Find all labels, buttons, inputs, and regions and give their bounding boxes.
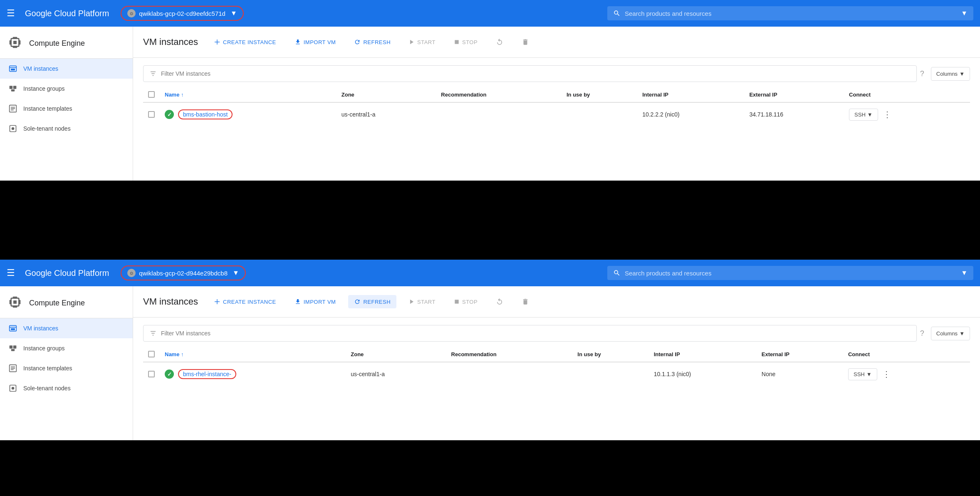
external-ip-cell-1-1: 34.71.18.116 <box>744 102 844 126</box>
row-checkbox-2-1[interactable] <box>148 371 155 377</box>
topbar-2: ☰ Google Cloud Platform ⊙ qwiklabs-gcp-0… <box>0 260 980 286</box>
sidebar-label-it-1: Instance templates <box>23 105 72 112</box>
search-bar-1[interactable]: ▼ <box>607 6 973 20</box>
svg-rect-31 <box>10 345 13 349</box>
start-icon-2 <box>409 299 415 305</box>
filter-help-icon-2[interactable]: ? <box>920 329 924 338</box>
hamburger-icon-2[interactable]: ☰ <box>7 268 15 278</box>
filter-bar-2[interactable] <box>143 325 917 342</box>
main-panel-1: Compute Engine VM instances Instance gro… <box>0 27 980 181</box>
instance-name-link-1-1[interactable]: bms-bastion-host <box>178 109 233 119</box>
compute-engine-icon-1 <box>8 36 23 51</box>
restart-button-2[interactable] <box>490 295 509 309</box>
restart-button-1[interactable] <box>490 35 509 49</box>
columns-dropdown-arrow-2: ▼ <box>959 330 965 337</box>
instance-groups-icon-2 <box>8 344 17 353</box>
project-selector-2[interactable]: ⊙ qwiklabs-gcp-02-d944e29bdcb8 ▼ <box>121 265 246 280</box>
import-icon-2 <box>294 298 301 305</box>
search-bar-dropdown-2[interactable]: ▼ <box>961 269 968 277</box>
instance-name-cell-2-1: bms-rhel-instance- <box>165 369 341 379</box>
create-instance-button-2[interactable]: CREATE INSTANCE <box>208 295 282 308</box>
sole-tenant-icon-1 <box>8 124 17 133</box>
col-recommendation-2: Recommendation <box>446 347 573 362</box>
vm-instances-icon-2 <box>8 324 17 333</box>
more-actions-button-2-1[interactable]: ⋮ <box>879 367 894 381</box>
svg-rect-19 <box>215 42 220 42</box>
col-inuseby-2: In use by <box>572 347 648 362</box>
row-checkbox-1-1[interactable] <box>148 111 155 118</box>
search-input-1[interactable] <box>625 10 957 17</box>
sidebar-item-instance-groups-2[interactable]: Instance groups <box>0 338 133 358</box>
refresh-button-2[interactable]: REFRESH <box>348 295 396 308</box>
filter-input-1[interactable] <box>161 70 911 77</box>
zone-cell-2-1: us-central1-a <box>346 362 446 386</box>
refresh-icon-2 <box>354 298 361 305</box>
sidebar-item-instance-templates-2[interactable]: Instance templates <box>0 358 133 378</box>
create-instance-button-1[interactable]: CREATE INSTANCE <box>208 35 282 49</box>
sidebar-item-instance-groups-1[interactable]: Instance groups <box>0 79 133 99</box>
import-vm-button-2[interactable]: IMPORT VM <box>289 295 342 308</box>
select-all-checkbox-2[interactable] <box>148 351 155 357</box>
create-plus-icon-2 <box>214 298 220 305</box>
restart-icon-1 <box>496 38 503 46</box>
start-button-1[interactable]: START <box>403 36 441 49</box>
instance-templates-icon-1 <box>8 104 17 113</box>
search-bar-2[interactable]: ▼ <box>607 266 973 280</box>
sidebar-item-instance-templates-1[interactable]: Instance templates <box>0 99 133 119</box>
sidebar-item-vm-instances-1[interactable]: VM instances <box>0 59 133 79</box>
col-connect-2: Connect <box>843 347 970 362</box>
more-actions-button-1-1[interactable]: ⋮ <box>880 108 895 121</box>
stop-button-1[interactable]: STOP <box>448 36 483 49</box>
sidebar-item-sole-tenant-2[interactable]: Sole-tenant nodes <box>0 378 133 398</box>
refresh-icon-1 <box>354 39 361 45</box>
instance-name-link-2-1[interactable]: bms-rhel-instance- <box>178 369 236 379</box>
refresh-button-1[interactable]: REFRESH <box>348 35 396 49</box>
start-button-2[interactable]: START <box>403 295 441 308</box>
project-name-1: qwiklabs-gcp-02-cd9eefdc571d <box>139 10 225 17</box>
brand-name-1: Google Cloud Platform <box>25 9 109 18</box>
filter-help-icon-1[interactable]: ? <box>920 69 924 78</box>
col-recommendation-1: Recommendation <box>436 87 562 102</box>
columns-dropdown-arrow-1: ▼ <box>959 71 965 77</box>
delete-button-1[interactable] <box>516 35 535 49</box>
internal-ip-cell-1-1: 10.2.2.2 (nic0) <box>637 102 744 126</box>
filter-input-2[interactable] <box>161 330 911 337</box>
filter-bar-1[interactable] <box>143 65 917 82</box>
sidebar-item-vm-instances-2[interactable]: VM instances <box>0 318 133 338</box>
search-bar-dropdown-1[interactable]: ▼ <box>961 10 968 17</box>
ssh-button-2-1[interactable]: SSH ▼ <box>848 368 877 380</box>
filter-icon-2 <box>149 330 157 337</box>
svg-rect-43 <box>455 300 458 303</box>
svg-point-17 <box>12 127 15 130</box>
col-name-1[interactable]: Name ↑ <box>160 87 337 102</box>
svg-rect-32 <box>13 345 17 349</box>
brand-name-2: Google Cloud Platform <box>25 268 109 278</box>
delete-button-2[interactable] <box>516 295 535 309</box>
sidebar-item-sole-tenant-1[interactable]: Sole-tenant nodes <box>0 119 133 139</box>
black-separator <box>0 181 980 260</box>
recommendation-cell-2-1 <box>446 362 573 386</box>
hamburger-icon[interactable]: ☰ <box>7 8 15 19</box>
columns-button-1[interactable]: Columns ▼ <box>931 67 970 81</box>
sidebar-label-vm-2: VM instances <box>23 325 58 332</box>
search-input-2[interactable] <box>625 270 957 277</box>
external-ip-cell-2-1: None <box>757 362 843 386</box>
svg-rect-10 <box>13 86 17 89</box>
inuseby-cell-1-1 <box>562 102 637 126</box>
project-dropdown-arrow-1: ▼ <box>230 10 237 17</box>
sidebar-label-ig-1: Instance groups <box>23 85 65 92</box>
ssh-button-1-1[interactable]: SSH ▼ <box>849 109 878 121</box>
stop-icon-2 <box>454 299 460 305</box>
instances-table-2: Name ↑ Zone Recommendation In use by Int… <box>143 347 970 386</box>
project-selector-1[interactable]: ⊙ qwiklabs-gcp-02-cd9eefdc571d ▼ <box>121 6 243 21</box>
svg-rect-21 <box>455 40 458 44</box>
import-vm-button-1[interactable]: IMPORT VM <box>289 35 342 49</box>
panel-2: ☰ Google Cloud Platform ⊙ qwiklabs-gcp-0… <box>0 260 980 440</box>
columns-button-2[interactable]: Columns ▼ <box>931 327 970 340</box>
stop-button-2[interactable]: STOP <box>448 295 483 308</box>
select-all-checkbox-1[interactable] <box>148 91 155 98</box>
col-name-2[interactable]: Name ↑ <box>160 347 346 362</box>
table-row: bms-bastion-host us-central1-a 10.2.2.2 … <box>143 102 970 126</box>
import-icon-1 <box>294 39 301 45</box>
instance-name-cell-1-1: bms-bastion-host <box>165 109 332 119</box>
